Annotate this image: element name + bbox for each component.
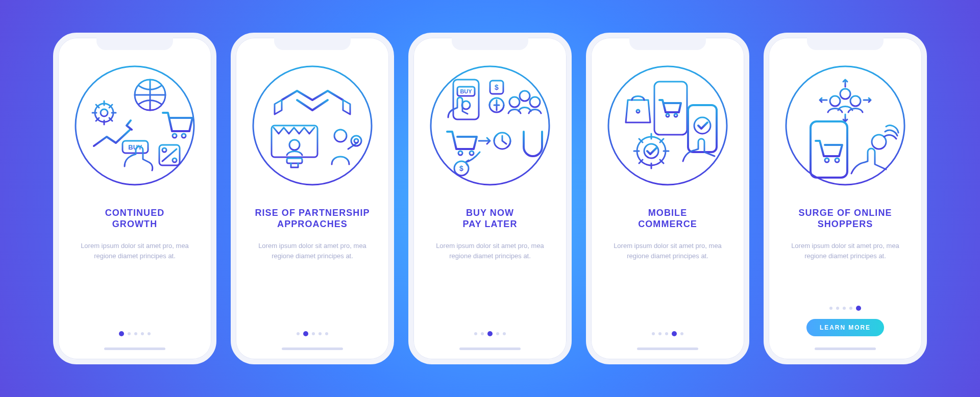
- page-dots[interactable]: [652, 331, 683, 336]
- svg-point-28: [509, 97, 520, 107]
- phone-frame-5: SURGE OF ONLINE SHOPPERS Lorem ipsum dol…: [764, 33, 927, 364]
- rise-partnership-icon: [246, 59, 379, 192]
- screen-desc: Lorem ipsum dolor sit amet pro, mea regi…: [599, 241, 736, 261]
- screen-title: RISE OF PARTNERSHIP APPROACHES: [248, 206, 377, 231]
- svg-point-13: [289, 140, 300, 150]
- page-dot[interactable]: [829, 307, 832, 310]
- continued-growth-icon: BUY: [68, 59, 201, 192]
- svg-point-35: [636, 110, 640, 113]
- screen-desc: Lorem ipsum dolor sit amet pro, mea regi…: [777, 241, 914, 261]
- page-dot[interactable]: [141, 332, 144, 335]
- svg-point-29: [458, 151, 462, 155]
- page-dots[interactable]: [297, 331, 328, 336]
- learn-more-button[interactable]: LEARN MORE: [806, 319, 884, 336]
- mobile-commerce-icon: [601, 59, 734, 192]
- svg-rect-14: [287, 158, 302, 163]
- home-indicator: [282, 348, 343, 350]
- page-dot[interactable]: [672, 331, 677, 336]
- svg-text:BUY: BUY: [460, 88, 472, 94]
- page-dot[interactable]: [503, 332, 506, 335]
- svg-point-40: [694, 117, 710, 134]
- screen-footer: [66, 331, 203, 350]
- surge-online-shoppers-icon: [779, 59, 912, 192]
- page-dots[interactable]: [119, 331, 151, 336]
- phone-frame-4: MOBILE COMMERCE Lorem ipsum dolor sit am…: [586, 33, 749, 364]
- screen-footer: [422, 331, 558, 350]
- page-dot[interactable]: [134, 332, 137, 335]
- screen-footer: LEARN MORE: [777, 306, 914, 350]
- svg-point-44: [840, 89, 850, 99]
- svg-rect-36: [654, 82, 687, 135]
- svg-point-15: [334, 130, 347, 142]
- phone-frame-1: BUY CONTINUED GROWTH Lorem ipsum dolor s…: [53, 33, 216, 364]
- home-indicator: [459, 348, 521, 350]
- screen-desc: Lorem ipsum dolor sit amet pro, mea regi…: [422, 241, 558, 261]
- screen-footer: [244, 331, 381, 350]
- svg-point-27: [530, 97, 540, 107]
- svg-point-0: [76, 66, 194, 185]
- page-dot[interactable]: [652, 332, 655, 335]
- page-dot[interactable]: [680, 332, 683, 335]
- page-dot[interactable]: [836, 307, 839, 310]
- page-dot[interactable]: [474, 332, 477, 335]
- page-dot[interactable]: [843, 307, 846, 310]
- phone-frame-2: RISE OF PARTNERSHIP APPROACHES Lorem ips…: [231, 33, 394, 364]
- screen-title: MOBILE COMMERCE: [631, 206, 704, 231]
- phone-notch: [452, 38, 528, 50]
- svg-text:$: $: [459, 164, 463, 172]
- phone-frame-3: BUY $: [408, 33, 572, 364]
- page-dot[interactable]: [312, 332, 315, 335]
- screen-desc: Lorem ipsum dolor sit amet pro, mea regi…: [66, 241, 203, 261]
- svg-point-34: [608, 66, 727, 185]
- svg-point-45: [830, 96, 840, 106]
- svg-point-30: [470, 151, 474, 155]
- page-dot[interactable]: [297, 332, 300, 335]
- screen-footer: [599, 331, 736, 350]
- onboarding-row: BUY CONTINUED GROWTH Lorem ipsum dolor s…: [53, 33, 927, 364]
- page-dot[interactable]: [128, 332, 131, 335]
- page-dot[interactable]: [481, 332, 484, 335]
- svg-point-26: [520, 91, 530, 101]
- page-dot[interactable]: [658, 332, 662, 335]
- svg-text:$: $: [495, 83, 499, 91]
- screen-title: CONTINUED GROWTH: [98, 206, 172, 231]
- screen-desc: Lorem ipsum dolor sit amet pro, mea regi…: [244, 241, 381, 261]
- phone-notch: [274, 38, 351, 50]
- phone-notch: [96, 38, 173, 50]
- svg-point-37: [666, 114, 669, 117]
- page-dots[interactable]: [474, 331, 506, 336]
- svg-point-38: [674, 114, 677, 117]
- page-dot[interactable]: [303, 331, 308, 336]
- svg-point-49: [835, 158, 839, 162]
- svg-point-10: [173, 158, 177, 162]
- page-dots[interactable]: [829, 306, 861, 311]
- svg-point-46: [850, 96, 861, 106]
- home-indicator: [637, 348, 698, 350]
- svg-point-9: [162, 148, 166, 152]
- page-dot[interactable]: [856, 306, 861, 311]
- home-indicator: [104, 348, 165, 350]
- svg-point-17: [354, 139, 358, 143]
- page-dot[interactable]: [496, 332, 499, 335]
- phone-notch: [807, 38, 884, 50]
- svg-point-5: [182, 134, 186, 138]
- svg-point-4: [173, 134, 177, 138]
- phone-notch: [629, 38, 706, 50]
- svg-point-48: [825, 158, 829, 162]
- page-dot[interactable]: [325, 332, 328, 335]
- page-dot[interactable]: [148, 332, 151, 335]
- page-dot[interactable]: [849, 307, 852, 310]
- screen-title: BUY NOW PAY LATER: [455, 206, 524, 231]
- page-dot[interactable]: [119, 331, 124, 336]
- page-dot[interactable]: [487, 331, 493, 336]
- home-indicator: [815, 348, 876, 350]
- svg-rect-12: [272, 126, 317, 157]
- buy-now-pay-later-icon: BUY $: [424, 59, 556, 192]
- screen-title: SURGE OF ONLINE SHOPPERS: [791, 206, 899, 231]
- page-dot[interactable]: [665, 332, 668, 335]
- page-dot[interactable]: [318, 332, 322, 335]
- svg-point-3: [101, 109, 108, 116]
